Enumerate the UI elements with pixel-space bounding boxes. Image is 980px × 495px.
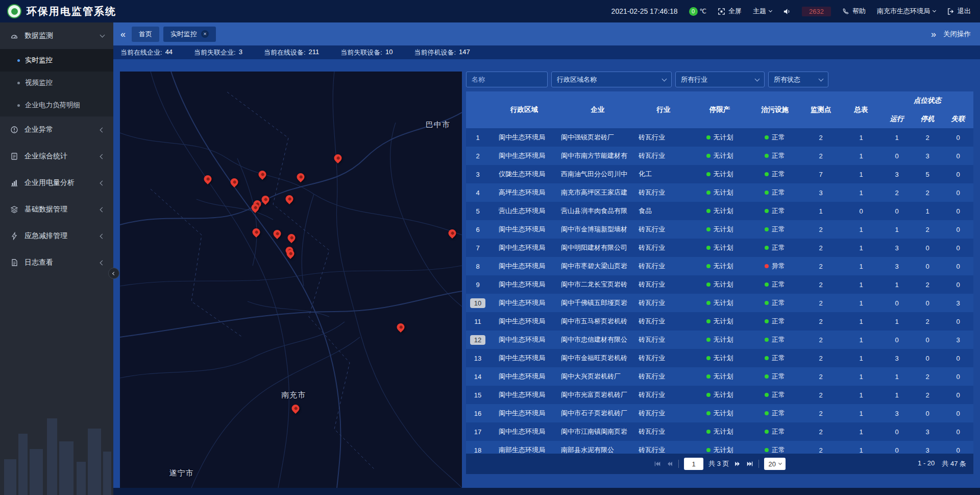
cell-company: 阆中市南方节能建材有 <box>559 151 636 160</box>
sidebar-collapse-toggle[interactable] <box>108 268 119 279</box>
table-row[interactable]: 4高坪生态环境局南充市高坪区王家店建砖瓦行业无计划正常31220 <box>466 183 973 202</box>
table-row[interactable]: 9阆中生态环境局阆中市二龙长宝页岩砖砖瓦行业无计划正常21120 <box>466 275 973 294</box>
help-button[interactable]: 帮助 <box>842 7 866 16</box>
table-row[interactable]: 16阆中生态环境局阆中市石子页岩机砖厂砖瓦行业无计划正常21300 <box>466 404 973 422</box>
alarm-count[interactable]: 2632 <box>802 7 831 16</box>
table-row[interactable]: 8阆中生态环境局阆中市枣碧大梁山页岩砖瓦行业无计划异常21300 <box>466 257 973 275</box>
status-text: 正常 <box>772 170 785 179</box>
chevron-left-icon <box>100 233 105 239</box>
theme-dropdown[interactable]: 主题 <box>753 7 772 16</box>
sidebar-item-enterprise-statistics[interactable]: 企业综合统计 <box>0 143 113 170</box>
fullscreen-button[interactable]: 全屏 <box>718 7 742 16</box>
next-page-button[interactable] <box>734 460 742 467</box>
org-dropdown[interactable]: 南充市生态环境局 <box>877 7 936 16</box>
stat-label: 当前停机设备: <box>414 48 456 57</box>
header-limit: 停限产 <box>691 91 749 128</box>
sidebar-item-base-data[interactable]: 基础数据管理 <box>0 196 113 223</box>
region-filter-select[interactable]: 行政区域名称 <box>551 72 672 87</box>
brand: 环保用电监管系统 <box>7 4 116 18</box>
logout-button[interactable]: 退出 <box>947 7 971 16</box>
cell-monitor: 7 <box>801 171 841 178</box>
table-row[interactable]: 2阆中生态环境局阆中市南方节能建材有砖瓦行业无计划正常21030 <box>466 147 973 165</box>
filter-bar: 行政区域名称 所有行业 所有状态 <box>466 72 973 87</box>
table-row[interactable]: 7阆中生态环境局阆中明阳建材有限公司砖瓦行业无计划正常21300 <box>466 239 973 257</box>
enterprise-table: 行政区域 企业 行业 停限产 治污设施 监测点 总表 点位状态 运行 停机 失联 <box>466 91 973 454</box>
speaker-icon[interactable] <box>783 8 791 15</box>
cell-treatment: 正常 <box>749 151 801 160</box>
cell-meter: 1 <box>841 373 881 381</box>
prev-page-button[interactable] <box>666 460 673 467</box>
table-row[interactable]: 14阆中生态环境局阆中大兴页岩机砖厂砖瓦行业无计划正常21120 <box>466 367 973 386</box>
cell-limit: 无计划 <box>691 225 749 234</box>
map-pin[interactable] <box>286 195 293 203</box>
page-size-value: 20 <box>769 460 776 468</box>
sidebar-subitem-realtime-monitor[interactable]: 实时监控 <box>0 49 113 72</box>
map-pin[interactable] <box>297 173 304 181</box>
map-pin[interactable] <box>259 171 266 178</box>
map-pin[interactable] <box>287 250 295 257</box>
cell-limit: 无计划 <box>691 188 749 197</box>
status-dot-icon <box>765 227 769 231</box>
cell-meter: 1 <box>841 318 881 325</box>
table-row[interactable]: 18南部生态环境局南部县水泥有限公砖瓦行业无计划正常21030 <box>466 441 973 454</box>
map-panel[interactable]: 巴中市南充市遂宁市 <box>120 72 462 488</box>
menu-label: 企业综合统计 <box>24 152 94 161</box>
sidebar-item-log-view[interactable]: 日志查看 <box>0 249 113 276</box>
table-row[interactable]: 1阆中生态环境局阆中强锐页岩砖厂砖瓦行业无计划正常21120 <box>466 128 973 147</box>
pager-controls: 共 3 页 20 <box>654 458 786 470</box>
table-row[interactable]: 6阆中生态环境局阆中市金博瑞新型墙材砖瓦行业无计划正常21120 <box>466 220 973 239</box>
sidebar-item-emergency-reduction[interactable]: 应急减排管理 <box>0 223 113 249</box>
chevron-left-icon <box>100 207 105 212</box>
cell-index: 14 <box>466 373 489 381</box>
close-operations-button[interactable]: 关闭操作 <box>943 30 971 39</box>
status-filter-select[interactable]: 所有状态 <box>768 72 828 87</box>
cell-run: 0 <box>881 299 912 307</box>
map-pin[interactable] <box>273 230 281 238</box>
map-pin[interactable] <box>292 405 300 412</box>
page-size-select[interactable]: 20 <box>765 458 786 470</box>
tab-home[interactable]: 首页 <box>132 27 159 42</box>
table-row[interactable]: 5营山生态环境局营山县润丰肉食品有限食品无计划正常10010 <box>466 202 973 220</box>
table-row[interactable]: 10阆中生态环境局阆中千佛镇五郎垭页岩砖瓦行业无计划正常21003 <box>466 294 973 312</box>
map-pin[interactable] <box>334 154 341 162</box>
map-pin[interactable] <box>204 175 212 183</box>
industry-filter-select[interactable]: 所有行业 <box>675 72 765 87</box>
table-row[interactable]: 13阆中生态环境局阆中市金福旺页岩机砖砖瓦行业无计划正常21300 <box>466 349 973 367</box>
table-row[interactable]: 11阆中生态环境局阆中市五马桥页岩机砖砖瓦行业无计划正常21120 <box>466 312 973 331</box>
map-pin[interactable] <box>231 178 238 186</box>
status-dot-icon <box>706 338 710 342</box>
page-number-input[interactable] <box>684 458 703 470</box>
table-row[interactable]: 3仪陇生态环境局西南油气田分公司川中化工无计划正常71350 <box>466 165 973 183</box>
close-icon[interactable]: × <box>201 30 209 38</box>
sidebar-item-power-analysis[interactable]: 企业用电量分析 <box>0 170 113 196</box>
map-pin[interactable] <box>253 228 260 236</box>
tabs-scroll-right-icon[interactable]: » <box>931 30 936 39</box>
cell-stop: 2 <box>912 373 943 381</box>
sidebar-item-data-monitoring[interactable]: 数据监测 <box>0 22 113 49</box>
cell-region: 阆中生态环境局 <box>489 409 559 418</box>
map-pin[interactable] <box>252 204 259 211</box>
map-pin[interactable] <box>397 323 405 331</box>
map-pin[interactable] <box>262 196 270 203</box>
sidebar-subitem-power-load-detail[interactable]: 企业电力负荷明细 <box>0 94 113 116</box>
last-page-button[interactable] <box>747 460 754 467</box>
menu-label: 企业电力负荷明细 <box>25 101 80 110</box>
first-page-button[interactable] <box>654 460 661 467</box>
tab-realtime-monitor[interactable]: 实时监控× <box>163 27 216 42</box>
sidebar-subitem-video-monitor[interactable]: 视频监控 <box>0 72 113 94</box>
cell-company: 阆中市金福旺页岩机砖 <box>559 353 636 363</box>
bullet-icon <box>17 59 20 62</box>
sidebar-item-enterprise-abnormal[interactable]: 企业异常 <box>0 116 113 143</box>
table-row[interactable]: 12阆中生态环境局阆中市忠信建材有限公砖瓦行业无计划正常21003 <box>466 331 973 349</box>
map-pin[interactable] <box>288 234 296 242</box>
name-filter-input[interactable] <box>466 72 548 87</box>
chevron-left-icon <box>112 271 115 275</box>
table-row[interactable]: 15阆中生态环境局阆中市光富页岩机砖厂砖瓦行业无计划正常21120 <box>466 386 973 404</box>
table-row[interactable]: 17阆中生态环境局阆中市江南镇阆南页岩砖瓦行业无计划正常21030 <box>466 422 973 441</box>
status-dot-icon <box>765 301 769 305</box>
cell-monitor: 2 <box>801 373 841 381</box>
map-pin[interactable] <box>449 229 456 237</box>
cell-run: 1 <box>881 373 912 381</box>
tabs-scroll-left-icon[interactable]: « <box>120 30 126 39</box>
status-dot-icon <box>765 264 769 268</box>
